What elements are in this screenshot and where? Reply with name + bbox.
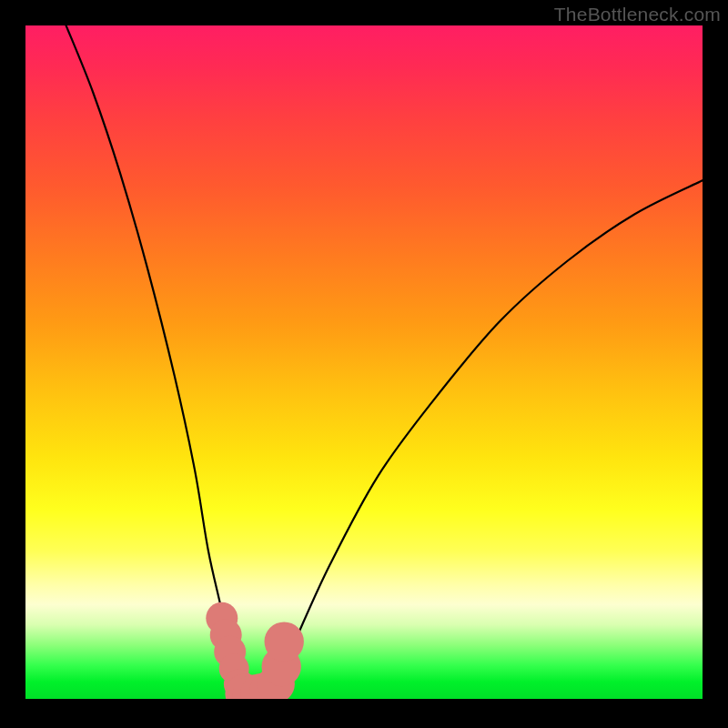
plot-area [25, 25, 703, 699]
bottleneck-curve [25, 25, 703, 699]
chart-stage: TheBottleneck.com [0, 0, 728, 728]
highlight-dot [265, 622, 304, 661]
watermark-text: TheBottleneck.com [554, 4, 721, 25]
